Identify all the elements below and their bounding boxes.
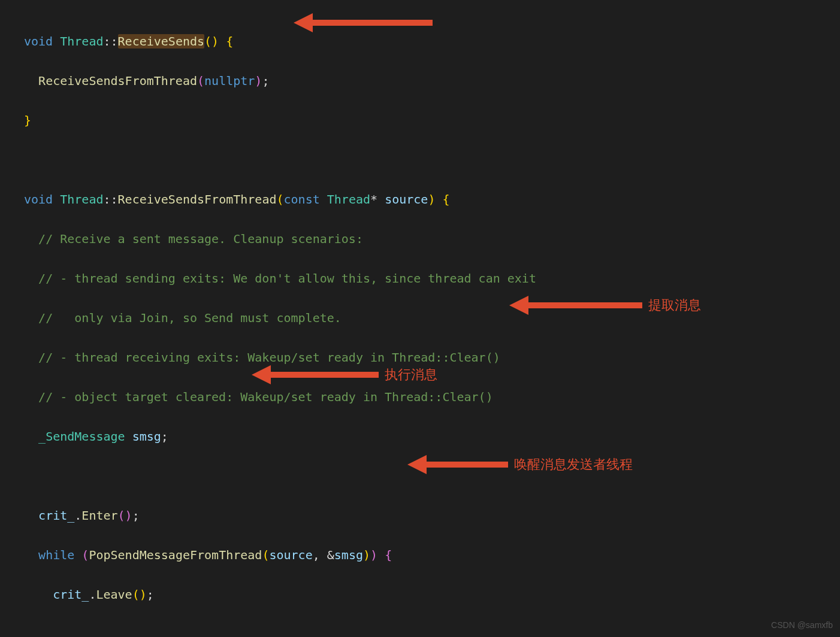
code-line: } — [24, 111, 840, 131]
annotation-label: 唤醒消息发送者线程 — [514, 454, 633, 475]
code-line — [24, 624, 840, 637]
code-line: // - object target cleared: Wakeup/set r… — [24, 387, 840, 407]
annotation-label: 提取消息 — [648, 295, 701, 316]
code-line: void Thread::ReceiveSends() { — [24, 32, 840, 51]
annotation-arrow-1 — [294, 13, 439, 32]
watermark-text: CSDN @samxfb — [771, 618, 833, 632]
code-line: // only via Join, so Send must complete. — [24, 308, 840, 328]
annotation-arrow-3: 执行消息 — [252, 364, 437, 386]
code-line: while (PopSendMessageFromThread(source, … — [24, 545, 840, 565]
code-line — [24, 150, 840, 170]
annotation-arrow-2: 提取消息 — [509, 295, 701, 316]
code-line: void Thread::ReceiveSendsFromThread(cons… — [24, 190, 840, 210]
arrow-head-icon — [252, 365, 271, 384]
code-line: // Receive a sent message. Cleanup scena… — [24, 229, 840, 249]
arrow-head-icon — [407, 455, 427, 474]
arrow-head-icon — [509, 296, 528, 315]
code-editor: void Thread::ReceiveSends() { ReceiveSen… — [0, 0, 840, 637]
code-line: crit_.Leave(); — [24, 585, 840, 605]
annotation-label: 执行消息 — [385, 364, 437, 386]
code-line: crit_.Enter(); — [24, 506, 840, 526]
arrow-head-icon — [294, 13, 313, 32]
code-line: ReceiveSendsFromThread(nullptr); — [24, 71, 840, 91]
code-line: _SendMessage smsg; — [24, 427, 840, 447]
code-line: // - thread sending exits: We don't allo… — [24, 269, 840, 289]
annotation-arrow-4: 唤醒消息发送者线程 — [407, 454, 633, 475]
